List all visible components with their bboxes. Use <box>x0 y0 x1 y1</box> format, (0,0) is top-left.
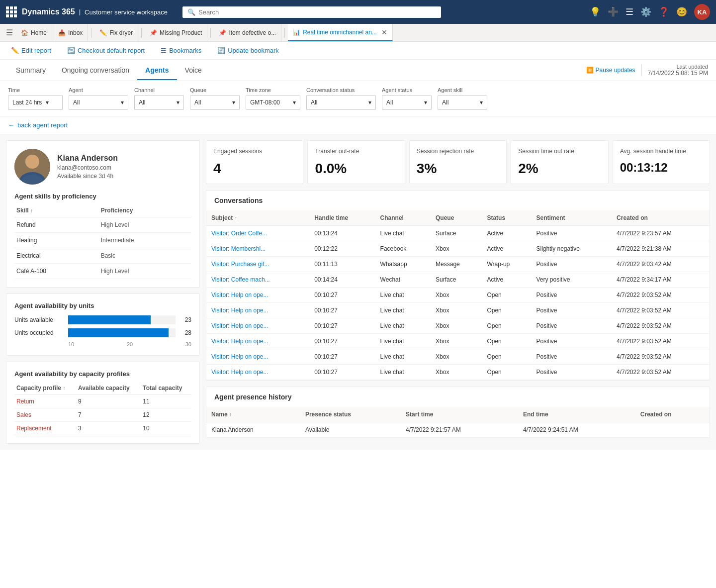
conversation-row: Visitor: Membershi... 00:12:22 Facebook … <box>206 241 710 257</box>
profile-name[interactable]: Return <box>14 395 76 408</box>
agent-status-select[interactable]: All ▾ <box>382 95 432 110</box>
conversation-row: Visitor: Help on ope... 00:10:27 Live ch… <box>206 365 710 380</box>
conv-col-header: Channel <box>375 210 431 226</box>
conv-subject[interactable]: Visitor: Help on ope... <box>206 318 309 334</box>
queue-select[interactable]: All ▾ <box>190 95 240 110</box>
skill-proficiency: High Level <box>99 217 191 233</box>
conv-col-header: Queue <box>431 210 482 226</box>
kpi-value: 3% <box>417 161 499 177</box>
conv-status: Active <box>482 226 531 241</box>
chevron-down-icon: ▾ <box>46 99 49 106</box>
conversations-table: Subject ↑Handle timeChannelQueueStatusSe… <box>206 210 710 380</box>
agent-photo <box>14 149 50 185</box>
search-bar[interactable]: 🔍 <box>182 6 441 18</box>
tab-inbox[interactable]: 📥 Inbox <box>53 24 88 41</box>
channel-select[interactable]: All ▾ <box>134 95 184 110</box>
capacity-table: Capacity profile ↑ Available capacity To… <box>14 382 191 435</box>
capacity-sort-button[interactable]: ↑ <box>63 386 65 391</box>
tab-voice[interactable]: Voice <box>177 61 210 80</box>
tab-home[interactable]: 🏠 Home <box>16 24 52 41</box>
conv-subject[interactable]: Visitor: Membershi... <box>206 241 309 257</box>
profile-name[interactable]: Sales <box>14 408 76 422</box>
presence-header: Agent presence history <box>206 387 710 407</box>
presence-name: Kiana Anderson <box>206 422 300 438</box>
back-arrow-icon: ← <box>8 121 14 129</box>
available-capacity-col: Available capacity <box>76 382 141 395</box>
conversations-header: Conversations <box>206 191 710 210</box>
lightbulb-icon[interactable]: 💡 <box>590 6 601 17</box>
conv-subject[interactable]: Visitor: Help on ope... <box>206 303 309 318</box>
conv-sentiment: Positive <box>531 365 612 380</box>
filter-timezone: Time zone GMT-08:00 ▾ <box>246 87 300 110</box>
action-bar: ✏️ Edit report ↩️ Checkout default repor… <box>0 42 716 60</box>
tab-close-icon[interactable]: ✕ <box>381 28 387 36</box>
conv-subject[interactable]: Visitor: Help on ope... <box>206 365 309 380</box>
timezone-select[interactable]: GMT-08:00 ▾ <box>246 95 300 110</box>
bookmarks-button[interactable]: ☰ Bookmarks <box>158 45 204 56</box>
skill-row: Café A-100High Level <box>14 264 191 279</box>
tab-bar: ☰ 🏠 Home 📥 Inbox ✏️ Fix dryer 📌 Missing … <box>0 24 716 42</box>
report-icon: 📊 <box>293 29 300 36</box>
kpi-card: Session rejection rate 3% <box>409 140 507 184</box>
help-icon[interactable]: ❓ <box>658 6 669 17</box>
time-select[interactable]: Last 24 hrs ▾ <box>8 95 63 110</box>
edit-report-button[interactable]: ✏️ Edit report <box>8 45 54 56</box>
conv-status-select[interactable]: All ▾ <box>306 95 376 110</box>
plus-icon[interactable]: ➕ <box>608 6 619 17</box>
tab-item-defective[interactable]: 📌 Item defective o... <box>214 24 281 41</box>
skill-sort-button[interactable]: ↑ <box>30 208 33 213</box>
checkout-report-button[interactable]: ↩️ Checkout default report <box>64 45 148 56</box>
main-content: Kiana Anderson kiana@contoso.com Availab… <box>0 134 716 450</box>
settings-panel-icon[interactable]: ☰ <box>626 6 633 17</box>
agent-skill-select[interactable]: All ▾ <box>438 95 487 110</box>
hamburger-button[interactable]: ☰ <box>4 26 15 39</box>
conversation-row: Visitor: Help on ope... 00:10:27 Live ch… <box>206 349 710 365</box>
tab-agents[interactable]: Agents <box>137 61 177 80</box>
avatar[interactable]: KA <box>694 4 710 20</box>
waffle-icon[interactable] <box>6 6 17 17</box>
bar-axis: 10 20 30 <box>14 341 191 347</box>
agent-available-since: Available since 3d 4h <box>57 173 118 180</box>
search-input[interactable] <box>198 8 436 16</box>
conv-sort-button[interactable]: ↑ <box>235 215 237 221</box>
update-bookmark-button[interactable]: 🔄 Update bookmark <box>214 45 282 56</box>
conv-created-on: 4/7/2022 9:03:52 AM <box>612 365 710 380</box>
tab-real-time[interactable]: 📊 Real time omnichannel an... ✕ <box>288 24 393 41</box>
gear-icon[interactable]: ⚙️ <box>640 6 651 17</box>
skill-proficiency: Basic <box>99 248 191 264</box>
conv-subject[interactable]: Visitor: Help on ope... <box>206 288 309 303</box>
pause-updates-button[interactable]: ⏸️ Pause updates <box>586 67 635 74</box>
kpi-title: Avg. session handle time <box>620 148 703 155</box>
kpi-title: Engaged sessions <box>213 148 296 155</box>
availability-units-title: Agent availability by units <box>14 302 191 309</box>
presence-col-header: Presence status <box>300 407 401 422</box>
report-header-right: ⏸️ Pause updates Last updated 7/14/2022 … <box>586 60 709 81</box>
filter-agent-skill-label: Agent skill <box>438 87 487 93</box>
conv-subject[interactable]: Visitor: Help on ope... <box>206 334 309 349</box>
conv-col-header: Subject ↑ <box>206 210 309 226</box>
skill-proficiency: High Level <box>99 264 191 279</box>
conv-subject[interactable]: Visitor: Help on ope... <box>206 349 309 365</box>
filter-conv-status: Conversation status All ▾ <box>306 87 376 110</box>
conv-col-header: Created on <box>612 210 710 226</box>
tab-missing-product[interactable]: 📌 Missing Product <box>145 24 207 41</box>
conv-subject[interactable]: Visitor: Coffee mach... <box>206 272 309 288</box>
conv-subject[interactable]: Visitor: Purchase gif... <box>206 257 309 272</box>
home-icon: 🏠 <box>21 29 28 36</box>
presence-sort-button[interactable]: ↑ <box>229 412 232 417</box>
tab-summary[interactable]: Summary <box>8 61 54 80</box>
tab-ongoing-conversation[interactable]: Ongoing conversation <box>54 61 137 80</box>
conversation-row: Visitor: Help on ope... 00:10:27 Live ch… <box>206 303 710 318</box>
conv-status: Open <box>482 349 531 365</box>
back-bar[interactable]: ← back agent report <box>0 116 716 134</box>
tab-fix-dryer[interactable]: ✏️ Fix dryer <box>94 24 138 41</box>
agent-select[interactable]: All ▾ <box>69 95 128 110</box>
report-tabs: Summary Ongoing conversation Agents Voic… <box>0 60 716 81</box>
conv-channel: Live chat <box>375 288 431 303</box>
profile-name[interactable]: Replacement <box>14 422 76 435</box>
total-cap: 12 <box>141 408 191 422</box>
conv-channel: Live chat <box>375 334 431 349</box>
user-status-icon[interactable]: 😊 <box>676 6 687 17</box>
conv-subject[interactable]: Visitor: Order Coffe... <box>206 226 309 241</box>
conv-channel: Live chat <box>375 226 431 241</box>
